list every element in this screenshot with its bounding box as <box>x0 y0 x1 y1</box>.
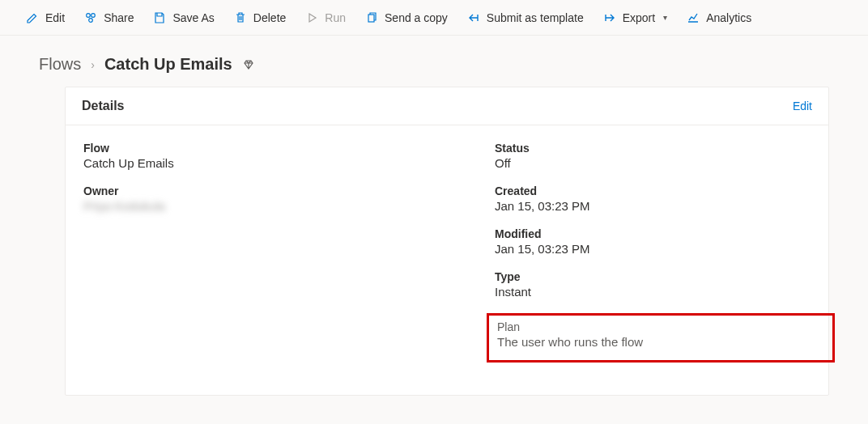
created-field: Created Jan 15, 03:23 PM <box>495 184 811 213</box>
type-label: Type <box>495 270 811 283</box>
type-field: Type Instant <box>495 270 811 299</box>
owner-value: Priya Kodukula <box>83 199 462 213</box>
svg-point-1 <box>91 13 96 17</box>
save-as-label: Save As <box>172 11 214 24</box>
edit-details-link[interactable]: Edit <box>793 100 812 112</box>
chevron-right-icon: › <box>91 58 95 71</box>
breadcrumb-current: Catch Up Emails <box>104 55 232 74</box>
save-as-button[interactable]: Save As <box>153 11 214 24</box>
owner-label: Owner <box>83 184 462 197</box>
modified-value: Jan 15, 03:23 PM <box>495 242 811 256</box>
chevron-down-icon: ▾ <box>663 13 667 22</box>
export-button[interactable]: Export ▾ <box>603 11 667 24</box>
delete-label: Delete <box>253 11 286 24</box>
run-label: Run <box>325 11 346 24</box>
plan-highlight-box: Plan The user who runs the flow <box>487 313 835 363</box>
export-icon <box>603 11 616 24</box>
svg-point-2 <box>89 18 93 22</box>
owner-field: Owner Priya Kodukula <box>83 184 462 213</box>
send-copy-label: Send a copy <box>385 11 448 24</box>
status-value: Off <box>495 156 811 170</box>
svg-rect-3 <box>368 15 374 22</box>
type-value: Instant <box>495 285 811 299</box>
export-label: Export <box>623 11 655 24</box>
modified-field: Modified Jan 15, 03:23 PM <box>495 227 811 256</box>
created-label: Created <box>495 184 811 197</box>
premium-icon <box>242 58 255 71</box>
flow-value: Catch Up Emails <box>83 156 462 170</box>
card-header: Details Edit <box>66 87 828 125</box>
flow-label: Flow <box>83 142 462 155</box>
copy-icon <box>365 11 378 24</box>
details-right-column: Status Off Created Jan 15, 03:23 PM Modi… <box>495 142 811 363</box>
plan-field: Plan The user who runs the flow <box>497 320 824 349</box>
plan-label: Plan <box>497 320 824 333</box>
modified-label: Modified <box>495 227 811 240</box>
created-value: Jan 15, 03:23 PM <box>495 199 811 213</box>
edit-label: Edit <box>45 11 65 24</box>
flow-field: Flow Catch Up Emails <box>83 142 462 170</box>
send-copy-button[interactable]: Send a copy <box>365 11 448 24</box>
edit-button[interactable]: Edit <box>26 11 65 24</box>
submit-icon <box>467 11 480 24</box>
breadcrumb-root[interactable]: Flows <box>39 55 81 74</box>
share-button[interactable]: Share <box>84 11 134 24</box>
submit-template-label: Submit as template <box>487 11 584 24</box>
share-icon <box>84 11 97 24</box>
details-left-column: Flow Catch Up Emails Owner Priya Kodukul… <box>83 142 462 363</box>
breadcrumb: Flows › Catch Up Emails <box>0 36 868 87</box>
details-card: Details Edit Flow Catch Up Emails Owner … <box>65 87 829 396</box>
svg-point-0 <box>87 13 91 17</box>
analytics-button[interactable]: Analytics <box>687 11 751 24</box>
analytics-label: Analytics <box>706 11 751 24</box>
pencil-icon <box>26 11 39 24</box>
delete-button[interactable]: Delete <box>234 11 286 24</box>
status-label: Status <box>495 142 811 155</box>
submit-template-button[interactable]: Submit as template <box>467 11 584 24</box>
analytics-icon <box>687 11 700 24</box>
save-as-icon <box>153 11 166 24</box>
card-body: Flow Catch Up Emails Owner Priya Kodukul… <box>66 125 828 395</box>
card-title: Details <box>82 99 124 113</box>
trash-icon <box>234 11 247 24</box>
run-button: Run <box>305 11 346 24</box>
status-field: Status Off <box>495 142 811 170</box>
plan-value: The user who runs the flow <box>497 335 824 349</box>
play-icon <box>305 11 318 24</box>
share-label: Share <box>104 11 134 24</box>
command-bar: Edit Share Save As Delete Run Send a cop… <box>0 0 868 36</box>
